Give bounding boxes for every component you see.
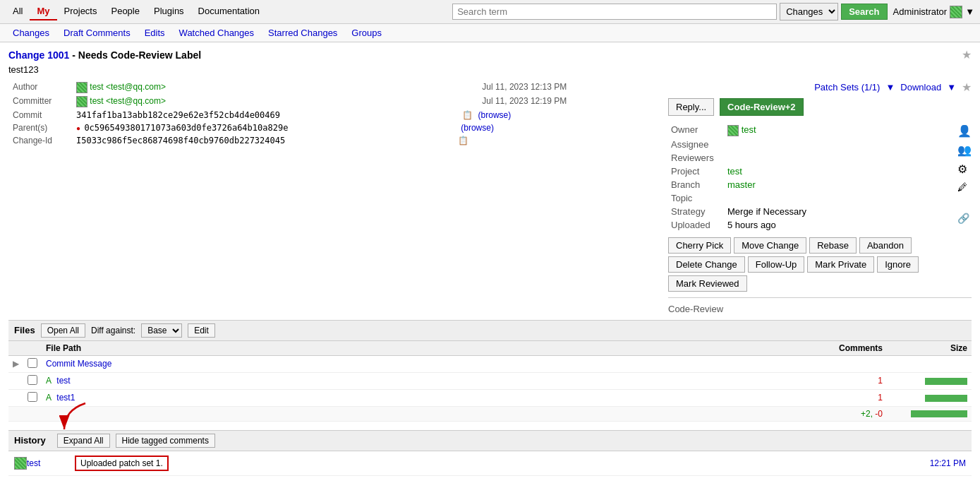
project-settings-icon[interactable]: ⚙ — [957, 162, 972, 176]
nav-tab-all[interactable]: All — [6, 3, 30, 20]
admin-avatar[interactable] — [950, 6, 962, 18]
patch-sets-link[interactable]: Patch Sets (1/1) — [814, 82, 880, 93]
expand-all-button[interactable]: Expand All — [57, 434, 110, 448]
branch-label: Branch — [668, 178, 725, 191]
sub-nav-draft-comments[interactable]: Draft Comments — [56, 25, 138, 40]
table-row: A test 1 — [8, 372, 972, 389]
history-title: History — [14, 435, 46, 446]
files-section: Files Open All Diff against: Base Edit F… — [8, 320, 972, 422]
open-all-button[interactable]: Open All — [41, 323, 85, 338]
uploaded-value: 5 hours ago — [725, 218, 952, 232]
nav-tab-plugins[interactable]: Plugins — [147, 3, 191, 20]
commit-browse-link[interactable]: (browse) — [478, 110, 512, 120]
nav-tab-my[interactable]: My — [30, 3, 56, 20]
file-name-test[interactable]: test — [56, 376, 70, 386]
history-section: History Expand All Hide tagged comments … — [8, 430, 972, 476]
info-icons: 👤 👥 ⚙ 🖉 🔗 — [952, 123, 972, 237]
file-path-col-header: File Path — [42, 341, 830, 356]
change-id-value: I5033c986f5ec86874698f40cb9760db22732404… — [76, 136, 285, 145]
action-buttons: Cherry Pick Move Change Rebase Abandon D… — [668, 237, 972, 292]
minus-value: -0 — [875, 409, 883, 419]
follow-up-button[interactable]: Follow-Up — [748, 256, 805, 273]
cherry-pick-button[interactable]: Cherry Pick — [668, 237, 731, 254]
history-time: 12:21 PM — [930, 458, 966, 468]
comments-col-header: Comments — [830, 341, 887, 356]
summary-size — [887, 406, 972, 421]
topic-label: Topic — [668, 191, 725, 205]
nav-tab-projects[interactable]: Projects — [57, 3, 104, 20]
project-value[interactable]: test — [727, 166, 742, 177]
parent-browse-link[interactable]: (browse) — [461, 123, 494, 133]
add-reviewer-icon[interactable]: 👤 — [957, 124, 972, 138]
main-content: Change 1001 - Needs Code-Review Label ★ … — [0, 42, 980, 482]
admin-name: Administrator — [893, 6, 948, 17]
test1-comments: 1 — [830, 389, 887, 406]
mark-private-button[interactable]: Mark Private — [807, 256, 874, 273]
assignee-label: Assignee — [668, 138, 725, 151]
copy-commit-icon[interactable]: 📋 — [462, 110, 473, 120]
sub-nav-watched-changes[interactable]: Watched Changes — [172, 25, 261, 40]
history-user: test — [27, 458, 69, 468]
search-button[interactable]: Search — [841, 4, 887, 20]
ignore-button[interactable]: Ignore — [877, 256, 919, 273]
sub-nav-starred-changes[interactable]: Starred Changes — [261, 25, 344, 40]
expand-arrow-icon[interactable]: ▶ — [13, 359, 19, 369]
code-review-button[interactable]: Code-Review+2 — [720, 98, 803, 116]
branch-value[interactable]: master — [727, 179, 756, 190]
nav-tab-documentation[interactable]: Documentation — [191, 3, 267, 20]
history-header: History Expand All Hide tagged comments — [8, 430, 972, 451]
copy-change-id-icon[interactable]: 📋 — [458, 136, 468, 145]
red-arrow — [50, 400, 92, 435]
change-title: Change 1001 - Needs Code-Review Label — [8, 49, 201, 61]
info-with-icons: Owner test Assignee Reviewers — [668, 123, 972, 237]
dropdown-arrow-download[interactable]: ▼ — [947, 82, 956, 93]
edit-button[interactable]: Edit — [188, 323, 215, 338]
commit-comments — [830, 355, 887, 372]
star-change-icon[interactable]: ★ — [962, 81, 972, 94]
edit-topic-icon[interactable]: 🖉 — [957, 181, 972, 193]
reply-button[interactable]: Reply... — [668, 98, 714, 116]
dropdown-arrow-patch[interactable]: ▼ — [885, 82, 895, 93]
committer-value: test <test@qq.com> — [90, 96, 166, 106]
strategy-label: Strategy — [668, 205, 725, 218]
diff-against-label: Diff against: — [91, 326, 135, 335]
test-size-bar — [925, 378, 967, 385]
sub-nav-groups[interactable]: Groups — [344, 25, 389, 40]
abandon-button[interactable]: Abandon — [859, 237, 912, 254]
delete-change-button[interactable]: Delete Change — [668, 256, 745, 273]
hide-tagged-button[interactable]: Hide tagged comments — [116, 434, 215, 448]
expand-col-header — [8, 341, 23, 356]
add-assignee-icon[interactable]: 👥 — [957, 143, 972, 157]
nav-tab-people[interactable]: People — [104, 3, 146, 20]
history-row: test Uploaded patch set 1. 12:21 PM — [8, 451, 972, 476]
rebase-button[interactable]: Rebase — [809, 237, 857, 254]
admin-dropdown-icon[interactable]: ▼ — [965, 6, 974, 17]
main-nav-tabs: All My Projects People Plugins Documenta… — [6, 3, 267, 20]
search-type-select[interactable]: Changes — [780, 3, 838, 20]
commit-info-section: Author test <test@qq.com> Jul 11, 2023 1… — [8, 81, 657, 314]
download-link[interactable]: Download — [900, 82, 941, 93]
star-icon[interactable]: ★ — [962, 48, 972, 61]
commit-message-file[interactable]: Commit Message — [42, 355, 830, 372]
sub-nav-changes[interactable]: Changes — [6, 25, 56, 40]
mark-reviewed-button[interactable]: Mark Reviewed — [668, 275, 747, 292]
sub-nav-edits[interactable]: Edits — [138, 25, 172, 40]
files-title: Files — [14, 325, 35, 335]
file-checkbox[interactable] — [28, 375, 37, 385]
file-checkbox[interactable] — [28, 392, 37, 402]
reviewers-label: Reviewers — [668, 151, 725, 165]
admin-area: Administrator ▼ — [893, 6, 974, 18]
search-area: Changes Search — [452, 3, 887, 20]
file-checkbox[interactable] — [28, 358, 37, 368]
file-prefix-a1: A — [46, 376, 52, 386]
project-label: Project — [668, 165, 725, 178]
test1-size-bar — [925, 395, 967, 402]
copy-link-icon[interactable]: 🔗 — [957, 213, 972, 224]
table-row: A test1 1 — [8, 389, 972, 406]
uploaded-label: Uploaded — [668, 218, 725, 232]
owner-value: test — [742, 124, 756, 135]
diff-against-select[interactable]: Base — [141, 323, 182, 338]
author-value: test <test@qq.com> — [90, 82, 166, 92]
search-input[interactable] — [452, 4, 777, 20]
move-change-button[interactable]: Move Change — [734, 237, 806, 254]
